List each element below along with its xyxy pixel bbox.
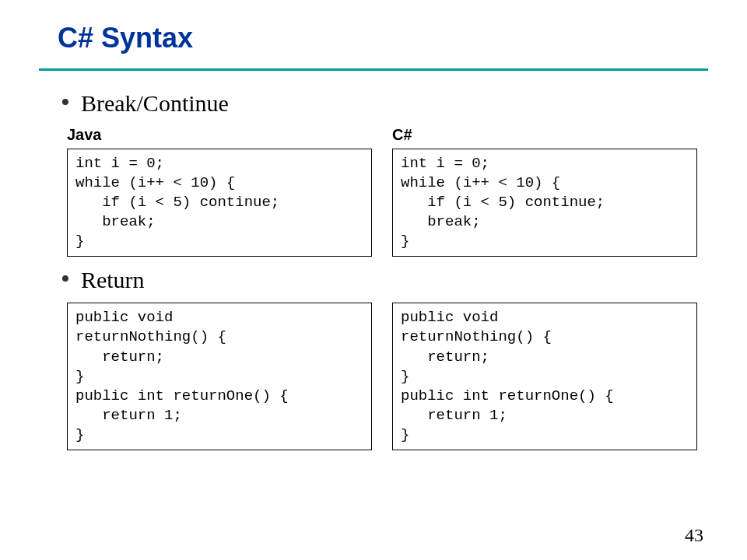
page-number: 43 bbox=[685, 525, 703, 546]
bullet-text: Break/Continue bbox=[81, 90, 229, 117]
code-java-break: int i = 0; while (i++ < 10) { if (i < 5)… bbox=[67, 149, 372, 257]
code-csharp-break: int i = 0; while (i++ < 10) { if (i < 5)… bbox=[392, 149, 697, 257]
label-csharp: C# bbox=[392, 126, 412, 144]
language-labels-row: Java C# bbox=[67, 126, 708, 144]
slide-title: C# Syntax bbox=[58, 22, 708, 54]
code-csharp-return: public void returnNothing() { return; } … bbox=[392, 303, 697, 450]
code-row-break: int i = 0; while (i++ < 10) { if (i < 5)… bbox=[67, 149, 708, 257]
bullet-return: • Return bbox=[61, 266, 708, 293]
code-java-return: public void returnNothing() { return; } … bbox=[67, 303, 372, 450]
bullet-text: Return bbox=[81, 267, 145, 293]
title-underline bbox=[39, 68, 708, 71]
bullet-break-continue: • Break/Continue bbox=[61, 89, 708, 117]
bullet-dot-icon: • bbox=[61, 266, 70, 292]
bullet-dot-icon: • bbox=[61, 89, 70, 116]
label-java: Java bbox=[67, 126, 392, 144]
code-row-return: public void returnNothing() { return; } … bbox=[67, 303, 708, 450]
